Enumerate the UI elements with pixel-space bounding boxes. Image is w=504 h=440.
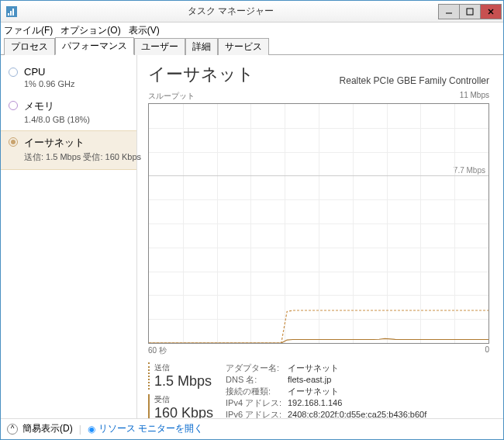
info-dns-v: flets-east.jp [288,374,331,386]
title-bar: タスク マネージャー [1,1,503,23]
memory-icon [9,101,18,110]
xaxis-left: 60 秒 [148,345,167,356]
tab-services[interactable]: サービス [218,38,269,55]
sidebar-item-memory[interactable]: メモリ 1.4/8.0 GB (18%) [1,95,136,130]
info-table: アダプター名:イーサネット DNS 名:flets-east.jp 接続の種類:… [226,362,426,418]
ethernet-icon [9,137,18,147]
sidebar-mem-sub: 1.4/8.0 GB (18%) [24,115,90,124]
tab-details[interactable]: 詳細 [185,38,218,55]
sidebar: CPU 1% 0.96 GHz メモリ 1.4/8.0 GB (18%) イーサ… [1,55,137,418]
minimize-button[interactable] [438,4,460,19]
main-pane: イーサネット Realtek PCIe GBE Family Controlle… [137,55,503,418]
chevron-up-icon[interactable]: ^ [7,424,18,435]
throughput-chart: 7.7 Mbps [148,103,489,344]
svg-rect-1 [8,13,9,16]
content-area: CPU 1% 0.96 GHz メモリ 1.4/8.0 GB (18%) イーサ… [1,55,503,418]
info-ipv4-v: 192.168.1.146 [288,397,342,409]
stat-send-value: 1.5 Mbps [154,373,226,390]
info-adapter-k: アダプター名: [226,362,288,374]
details-area: 送信 1.5 Mbps 受信 160 Kbps アダプター名:イーサネット DN… [148,362,489,418]
adapter-name: Realtek PCIe GBE Family Controller [340,75,489,86]
stat-send: 送信 1.5 Mbps [148,362,226,390]
info-ipv4-k: IPv4 アドレス: [226,397,288,409]
window-title: タスク マネージャー [22,5,439,18]
tab-strip: プロセス パフォーマンス ユーザー 詳細 サービス [1,38,503,55]
sidebar-mem-title: メモリ [24,99,90,113]
info-dns-k: DNS 名: [226,374,288,386]
info-conn-v: イーサネット [288,386,339,397]
info-conn-k: 接続の種類: [226,386,288,397]
stat-recv-label: 受信 [154,394,226,405]
svg-rect-5 [467,9,473,15]
info-ipv6-k: IPv6 アドレス: [226,409,288,418]
sidebar-cpu-title: CPU [24,66,74,78]
footer: ^ 簡易表示(D) | ◉ リソース モニターを開く [1,418,503,438]
xaxis-right: 0 [485,345,489,356]
ymax-label: 11 Mbps [460,91,489,102]
sidebar-item-ethernet[interactable]: イーサネット 送信: 1.5 Mbps 受信: 160 Kbps [1,130,136,170]
stat-recv: 受信 160 Kbps [148,394,226,418]
menu-options[interactable]: オプション(O) [60,24,120,37]
separator: | [79,424,81,435]
cpu-icon [9,68,18,77]
throughput-label: スループット [148,91,195,102]
menu-bar: ファイル(F) オプション(O) 表示(V) [1,23,503,38]
menu-view[interactable]: 表示(V) [129,24,160,37]
tab-performance[interactable]: パフォーマンス [55,37,134,55]
close-button[interactable] [480,4,502,19]
app-icon [5,5,18,18]
tab-processes[interactable]: プロセス [4,38,55,55]
page-title: イーサネット [148,63,254,86]
resource-monitor-link[interactable]: リソース モニターを開く [98,422,203,435]
info-ipv6-v: 2408:c8:202f:0:d55e:ca25:b436:b60f [288,409,426,418]
stat-recv-value: 160 Kbps [154,405,226,418]
stat-send-label: 送信 [154,362,226,373]
maximize-button[interactable] [459,4,481,19]
svg-rect-2 [10,11,12,16]
sidebar-eth-title: イーサネット [24,136,141,150]
menu-file[interactable]: ファイル(F) [4,24,53,37]
fewer-details-link[interactable]: 簡易表示(D) [22,422,73,435]
sidebar-eth-sub: 送信: 1.5 Mbps 受信: 160 Kbps [24,151,141,163]
sidebar-item-cpu[interactable]: CPU 1% 0.96 GHz [1,61,136,95]
info-adapter-v: イーサネット [288,362,339,374]
sidebar-cpu-sub: 1% 0.96 GHz [24,79,74,88]
tab-users[interactable]: ユーザー [134,38,185,55]
svg-rect-3 [12,9,14,16]
resmon-icon: ◉ [88,424,95,435]
